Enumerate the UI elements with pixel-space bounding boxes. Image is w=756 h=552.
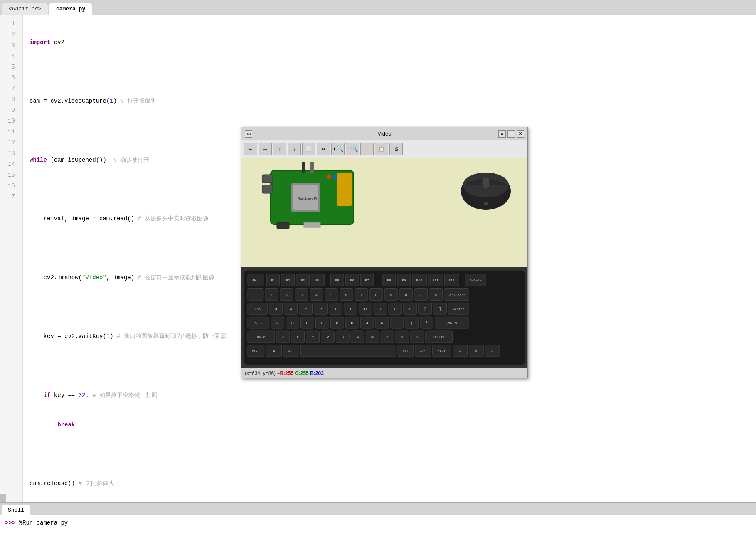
svg-point-4: [327, 175, 331, 179]
toolbar-fit-btn[interactable]: ⬜: [302, 143, 315, 155]
code-line-13: if key == 32: # 如果按下空格键，打断: [30, 390, 756, 401]
svg-text:9: 9: [390, 293, 392, 297]
toolbar-down-btn[interactable]: ↓: [288, 143, 301, 155]
svg-text:BackSpace: BackSpace: [448, 293, 465, 297]
svg-text:F: F: [321, 321, 323, 325]
video-window[interactable]: ▭ Video ∧ − ✕ ← → ↑ ↓ ⬜ ⊡ +🔍 −🔍 ⊞ 📋 🖨: [241, 127, 528, 378]
status-coords: (x=634, y=86) ~: [245, 370, 280, 376]
code-line-2: [30, 67, 756, 77]
svg-text:⇧Shift: ⇧Shift: [433, 335, 445, 339]
svg-text:[: [: [424, 307, 426, 311]
svg-text:F9: F9: [402, 278, 406, 282]
svg-text:Z: Z: [282, 335, 284, 340]
video-titlebar: ▭ Video ∧ − ✕: [241, 127, 527, 140]
svg-text:O: O: [394, 307, 396, 311]
video-close-btn[interactable]: ✕: [517, 130, 524, 138]
svg-rect-2: [262, 185, 273, 193]
shell-command: %Run camera.py: [19, 520, 68, 526]
svg-text:F10: F10: [416, 278, 423, 282]
svg-text:U: U: [364, 307, 367, 311]
svg-text:T: T: [334, 307, 337, 311]
rpi-area: Raspberry Pi: [241, 158, 527, 267]
shell-prompt: >>>: [5, 520, 15, 526]
scroll-indicator[interactable]: [0, 494, 6, 502]
toolbar-back-btn[interactable]: ←: [244, 143, 257, 155]
svg-rect-3: [277, 222, 289, 229]
video-minimize-btn[interactable]: ∧: [498, 130, 506, 138]
tab-camera-py[interactable]: camera.py: [49, 3, 92, 15]
svg-text:Caps: Caps: [254, 321, 262, 325]
svg-text:F6: F6: [350, 278, 354, 282]
video-maximize-btn[interactable]: −: [507, 130, 515, 138]
toolbar-forward-btn[interactable]: →: [259, 143, 272, 155]
tab-bar: <untitled> camera.py: [0, 0, 756, 15]
svg-text:Ctrl: Ctrl: [438, 350, 446, 353]
svg-text:4: 4: [315, 293, 318, 297]
svg-text:S: S: [291, 321, 294, 325]
svg-text:1: 1: [271, 293, 273, 297]
toolbar-zoom-in-btn[interactable]: +🔍: [331, 143, 345, 155]
keyboard-area: Esc F1 F2 F3 F4 F5 F6 F7 F8 F9: [241, 267, 527, 368]
svg-text:All: All: [420, 350, 426, 353]
svg-text:R: R: [319, 307, 322, 311]
svg-text:>: >: [401, 335, 403, 340]
keyboard-svg: Esc F1 F2 F3 F4 F5 F6 F7 F8 F9: [241, 267, 527, 368]
svg-rect-6: [337, 172, 352, 206]
svg-text:↵Enter: ↵Enter: [453, 307, 465, 311]
svg-point-16: [484, 202, 488, 205]
video-image-area: Raspberry Pi: [241, 158, 527, 368]
toolbar-actual-btn[interactable]: ⊡: [317, 143, 330, 155]
toolbar-grid-btn[interactable]: ⊞: [360, 143, 374, 155]
svg-text:Raspberry Pi: Raspberry Pi: [298, 197, 317, 200]
shell-tab[interactable]: Shell: [2, 505, 30, 515]
svg-rect-158: [301, 345, 396, 357]
svg-text:M: M: [371, 335, 374, 340]
svg-text:G: G: [336, 321, 338, 325]
rpi-board-svg: Raspberry Pi: [262, 162, 379, 233]
toolbar-copy-btn[interactable]: 📋: [375, 143, 388, 155]
svg-text:Esc: Esc: [253, 278, 258, 282]
svg-text:F4: F4: [316, 278, 320, 282]
svg-text:F7: F7: [365, 278, 369, 282]
svg-text:Q: Q: [275, 307, 277, 311]
svg-text:?: ?: [416, 335, 418, 340]
svg-text:X: X: [297, 335, 299, 340]
svg-rect-1: [262, 175, 273, 183]
svg-text:=: =: [435, 293, 437, 297]
svg-text:I: I: [379, 307, 382, 311]
svg-text:C: C: [312, 335, 314, 340]
toolbar-zoom-out-btn[interactable]: −🔍: [346, 143, 359, 155]
svg-text:▽: ▽: [475, 350, 477, 353]
toolbar-print-btn[interactable]: 🖨: [389, 143, 403, 155]
svg-text:W: W: [290, 307, 292, 311]
toolbar-up-btn[interactable]: ↑: [273, 143, 286, 155]
svg-text:⇧Shift: ⇧Shift: [446, 321, 458, 325]
video-toolbar: ← → ↑ ↓ ⬜ ⊡ +🔍 −🔍 ⊞ 📋 🖨: [241, 140, 527, 158]
svg-text:F2: F2: [286, 278, 290, 282]
svg-text:⊞: ⊞: [273, 350, 275, 353]
video-title: Video: [377, 131, 391, 137]
video-title-right: ∧ − ✕: [498, 130, 524, 138]
svg-text:]: ]: [439, 307, 441, 311]
svg-text:<: <: [386, 335, 388, 340]
svg-text:3: 3: [300, 293, 303, 297]
svg-text:': ': [426, 321, 428, 325]
svg-text:-: -: [420, 293, 422, 297]
tab-untitled[interactable]: <untitled>: [2, 3, 48, 15]
svg-text:~: ~: [255, 293, 257, 297]
svg-text:L: L: [396, 321, 398, 325]
svg-text:0: 0: [405, 293, 407, 297]
svg-text:F11: F11: [432, 278, 438, 282]
svg-text:5: 5: [330, 293, 332, 297]
mouse-svg: [453, 162, 519, 212]
shell-content[interactable]: >>> %Run camera.py: [0, 515, 756, 552]
svg-text:◁: ◁: [459, 350, 461, 353]
svg-text:F8: F8: [387, 278, 391, 282]
svg-text:V: V: [326, 335, 329, 340]
shell-tab-bar: Shell: [0, 503, 756, 515]
svg-text:Y: Y: [349, 307, 352, 311]
video-restore-btn[interactable]: ▭: [245, 130, 252, 138]
code-line-15: [30, 449, 756, 460]
svg-text:Tab: Tab: [255, 307, 261, 311]
svg-text:F1: F1: [271, 278, 275, 282]
